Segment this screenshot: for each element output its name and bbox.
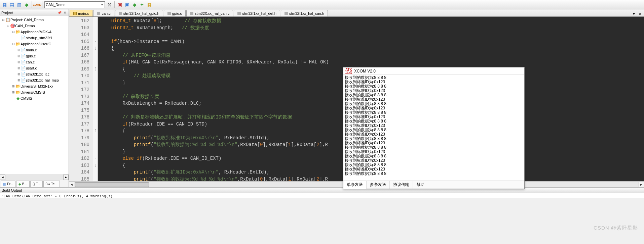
target-combo-value: CAN_Demo bbox=[46, 3, 66, 7]
bottom-tab-templates[interactable]: 0⇒ Te... bbox=[43, 181, 60, 187]
xcom-tab-protocol[interactable]: 协议传输 bbox=[390, 181, 413, 189]
file-tab-label: gpio.c bbox=[172, 11, 182, 15]
file-tab-strip: main.ccan.cstm32f1xx_hal_gpio.hgpio.cstm… bbox=[69, 9, 644, 17]
tree-file[interactable]: can.c bbox=[26, 60, 35, 64]
toolbar-load-icon[interactable]: LOAD bbox=[34, 2, 40, 8]
file-tab[interactable]: gpio.c bbox=[164, 10, 186, 16]
xcom-line: 接收到的数据为:8 8 8 8 bbox=[345, 172, 523, 176]
tree-file[interactable]: usart.c bbox=[26, 66, 37, 70]
file-icon bbox=[167, 12, 171, 15]
tree-folder-0[interactable]: Application/MDK-A bbox=[21, 30, 51, 34]
tree-file[interactable]: stm32f1xx_it.c bbox=[26, 72, 49, 76]
tree-file[interactable]: gpio.c bbox=[26, 54, 36, 58]
toolbar-icon-a[interactable]: ▣ bbox=[117, 2, 123, 8]
tree-folder-1[interactable]: Application/User/C bbox=[21, 42, 51, 46]
file-tab-label: main.c bbox=[78, 11, 89, 15]
project-pane-title-bar: Project 📌 ✕ bbox=[0, 9, 69, 16]
xcom-title-text: XCOM V2.0 bbox=[354, 69, 376, 74]
file-tab[interactable]: stm32f1xx_hal_gpio.h bbox=[115, 10, 163, 16]
file-tab[interactable]: can.c bbox=[93, 10, 114, 16]
xcom-title-bar[interactable]: ATK正点 XCOM V2.0 bbox=[343, 67, 524, 75]
pane-close-icon[interactable]: ✕ bbox=[63, 10, 67, 15]
dropdown-icon: ▼ bbox=[101, 3, 104, 6]
toolbar-icon-e[interactable]: ▦ bbox=[146, 2, 152, 8]
toolbar-icon-1[interactable]: ▦ bbox=[1, 2, 7, 8]
file-icon bbox=[119, 12, 122, 15]
bottom-tab-project[interactable]: ▦Pr... bbox=[1, 181, 15, 187]
scroll-right-icon[interactable]: ► bbox=[63, 175, 69, 180]
pane-pin-icon[interactable]: 📌 bbox=[57, 10, 62, 15]
main-toolbar: ▦ ▤ ▥ ◆ LOAD CAN_Demo ▼ ⚒ ▣ ▣ ◆ ✦ ▦ bbox=[0, 0, 644, 9]
file-tab-label: can.c bbox=[102, 11, 110, 15]
file-tab[interactable]: stm32f1xx_hal_can.c bbox=[186, 10, 233, 16]
file-tab[interactable]: main.c bbox=[70, 10, 92, 16]
scroll-thumb[interactable] bbox=[75, 182, 149, 187]
toolbar-icon-d[interactable]: ✦ bbox=[139, 2, 145, 8]
xcom-tab-single[interactable]: 单条发送 bbox=[343, 181, 367, 189]
build-output-title: Build Output bbox=[0, 187, 644, 193]
xcom-window[interactable]: ATK正点 XCOM V2.0 接收到的数据为:8 8 8 8接收到标准ID为:… bbox=[343, 67, 525, 189]
toolbar-icon-2[interactable]: ▤ bbox=[9, 2, 15, 8]
toolbar-icon-3[interactable]: ▥ bbox=[16, 2, 22, 8]
toolbar-icon-b[interactable]: ▣ bbox=[124, 2, 130, 8]
file-tab[interactable]: stm32f1xx_hal_can.h bbox=[281, 10, 328, 16]
fold-column[interactable]: -[-[-[-[ bbox=[93, 17, 98, 181]
project-pane: Project 📌 ✕ ⊟📋Project: CAN_Demo ⊟🎯CAN_De… bbox=[0, 9, 69, 187]
toolbar-icon-c[interactable]: ◆ bbox=[131, 2, 138, 8]
build-output-body[interactable]: "CAN_Demo\CAN_Demo.axf" - 0 Error(s), 4 … bbox=[0, 193, 644, 198]
file-tab-label: stm32f1xx_hal_can.c bbox=[195, 11, 229, 15]
line-number-gutter: 1621631641651661671681691701711721731741… bbox=[69, 17, 93, 181]
scroll-left-icon[interactable]: ◄ bbox=[0, 175, 5, 180]
file-tab[interactable]: stm32f1xx_hal_def.h bbox=[234, 10, 280, 16]
xcom-tabs: 单条发送 多条发送 协议传输 帮助 bbox=[343, 181, 524, 189]
tab-dropdown-icon[interactable]: ▼ bbox=[631, 11, 637, 16]
target-combo[interactable]: CAN_Demo ▼ bbox=[44, 1, 105, 8]
xcom-output[interactable]: 接收到的数据为:8 8 8 8接收到标准ID为:0x123接收到的数据为:8 8… bbox=[343, 75, 524, 181]
scroll-right-icon[interactable]: ► bbox=[639, 182, 644, 187]
file-icon bbox=[237, 12, 241, 15]
xcom-tab-multi[interactable]: 多条发送 bbox=[367, 181, 390, 189]
tree-target[interactable]: CAN_Demo bbox=[15, 24, 35, 28]
project-hscroll[interactable]: ◄ ► bbox=[0, 174, 69, 180]
tree-file[interactable]: main.c bbox=[26, 48, 37, 52]
file-icon bbox=[73, 12, 77, 15]
xcom-logo-icon: ATK正点 bbox=[345, 68, 352, 74]
bottom-tab-books[interactable]: ◆B... bbox=[16, 181, 30, 187]
file-tab-label: stm32f1xx_hal_gpio.h bbox=[123, 11, 159, 15]
file-icon bbox=[285, 12, 288, 15]
file-icon bbox=[97, 12, 100, 15]
tree-file[interactable]: stm32f1xx_hal_msp bbox=[26, 78, 59, 82]
bottom-tab-functions[interactable]: {} F... bbox=[30, 181, 43, 187]
toolbar-icon-4[interactable]: ◆ bbox=[24, 2, 30, 8]
scroll-left-icon[interactable]: ◄ bbox=[69, 182, 74, 187]
file-icon bbox=[190, 12, 193, 15]
tree-root[interactable]: Project: CAN_Demo bbox=[10, 18, 44, 22]
tab-close-icon[interactable]: ✕ bbox=[637, 11, 643, 16]
watermark: CSDN @紫阡星影 bbox=[594, 225, 638, 231]
project-pane-title: Project bbox=[1, 11, 13, 15]
toolbar-magic-icon[interactable]: ⚒ bbox=[106, 2, 112, 8]
xcom-tab-help[interactable]: 帮助 bbox=[413, 181, 428, 189]
project-bottom-tabs: ▦Pr... ◆B... {} F... 0⇒ Te... bbox=[0, 180, 69, 187]
file-tab-label: stm32f1xx_hal_can.h bbox=[289, 11, 324, 15]
tree-folder-3[interactable]: Drivers/CMSIS bbox=[21, 90, 45, 94]
tree-folder-2[interactable]: Drivers/STM32F1xx_ bbox=[21, 84, 55, 88]
tree-file[interactable]: startup_stm32f1 bbox=[26, 36, 52, 40]
tree-cmsis[interactable]: CMSIS bbox=[21, 96, 32, 100]
project-tree[interactable]: ⊟📋Project: CAN_Demo ⊟🎯CAN_Demo ⊟📂Applica… bbox=[0, 16, 69, 174]
file-tab-label: stm32f1xx_hal_def.h bbox=[242, 11, 276, 15]
